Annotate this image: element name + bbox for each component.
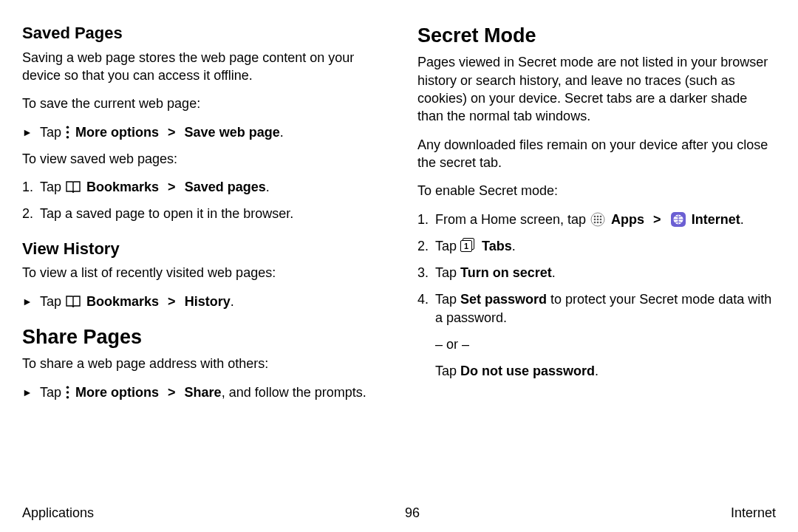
to-view-label: To view saved web pages:: [22, 150, 381, 168]
svg-point-5: [66, 396, 69, 399]
right-column: Secret Mode Pages viewed in Secret mode …: [417, 22, 776, 495]
svg-point-0: [66, 126, 69, 129]
svg-point-3: [66, 386, 69, 389]
svg-point-13: [594, 221, 596, 223]
svg-point-1: [66, 131, 69, 134]
saved-desc: Saving a web page stores the web page co…: [22, 49, 381, 85]
svg-point-2: [66, 136, 69, 139]
secret-step1: 1. From a Home screen, tap Apps > Intern…: [417, 211, 776, 228]
bookmarks-icon: [66, 181, 81, 193]
arrow-icon: ►: [22, 293, 40, 310]
to-save-label: To save the current web page:: [22, 95, 381, 112]
history-desc: To view a list of recently visited web p…: [22, 264, 381, 282]
heading-secret-mode: Secret Mode: [417, 22, 776, 49]
footer: Applications 96 Internet: [22, 504, 776, 522]
secret-step2: 2. Tap 1 Tabs.: [417, 237, 776, 255]
arrow-icon: ►: [22, 383, 40, 401]
svg-point-15: [600, 221, 602, 223]
svg-point-4: [66, 391, 69, 394]
svg-point-12: [600, 218, 602, 220]
save-step: ► Tap More options > Save web page.: [22, 123, 381, 141]
secret-desc1: Pages viewed in Secret mode are not list…: [417, 53, 776, 125]
heading-share-pages: Share Pages: [22, 324, 381, 350]
view-saved-step2: 2. Tap a saved page to open it in the br…: [22, 205, 381, 222]
svg-point-9: [600, 215, 602, 217]
share-step: ► Tap More options > Share, and follow t…: [22, 383, 381, 401]
footer-left: Applications: [22, 504, 94, 522]
secret-step4b: Tap Do not use password.: [435, 362, 776, 380]
heading-saved-pages: Saved Pages: [22, 22, 381, 44]
or-divider: – or –: [435, 335, 776, 353]
more-options-icon: [66, 126, 69, 139]
left-column: Saved Pages Saving a web page stores the…: [22, 22, 381, 495]
history-step: ► Tap Bookmarks > History.: [22, 293, 381, 310]
svg-point-10: [594, 218, 596, 220]
svg-point-8: [597, 215, 599, 217]
svg-point-14: [597, 221, 599, 223]
svg-point-7: [594, 215, 596, 217]
view-saved-step1: 1. Tap Bookmarks > Saved pages.: [22, 178, 381, 196]
more-options-icon: [66, 386, 69, 399]
footer-right: Internet: [731, 504, 776, 522]
heading-view-history: View History: [22, 238, 381, 260]
internet-icon: [671, 212, 686, 227]
apps-icon: [590, 212, 605, 227]
secret-step3: 3. Tap Turn on secret.: [417, 264, 776, 282]
secret-enable-label: To enable Secret mode:: [417, 182, 776, 200]
page-number: 96: [405, 504, 420, 522]
arrow-icon: ►: [22, 123, 40, 141]
share-desc: To share a web page address with others:: [22, 355, 381, 372]
secret-desc2: Any downloaded files remain on your devi…: [417, 136, 776, 172]
tabs-icon: 1: [460, 239, 477, 253]
secret-step4: 4. Tap Set password to protect your Secr…: [417, 290, 776, 327]
svg-point-11: [597, 218, 599, 220]
bookmarks-icon: [66, 296, 81, 307]
